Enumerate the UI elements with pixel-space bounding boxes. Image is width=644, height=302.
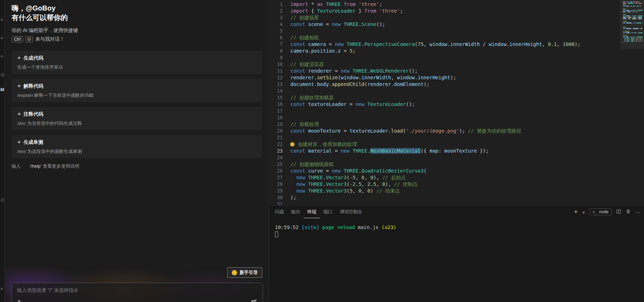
assistant-subtitle: 你的 AI 编程助手，使用快捷键 [12,27,262,33]
terminal-profile-chip[interactable]: >_ node [590,208,612,215]
code-line[interactable]: 2import { TextureLoader } from 'three'; [269,8,644,14]
code-line[interactable]: 9 [269,54,644,61]
code-line[interactable]: 15// 创建纹理加载器 [269,94,644,101]
app-window: ●●●◍M@● 嗨，@GoBoy 有什么可以帮你的 你的 AI 编程助手，使用快… [0,0,644,302]
code-line[interactable]: 20const moonTexture = textureLoader.load… [269,128,644,134]
line-number: 18 [269,114,283,121]
code-line[interactable]: 22 创建材质，使用加载的纹理 [269,141,644,148]
panel-tab[interactable]: 调试控制台 [336,206,366,218]
line-number: 30 [269,194,283,201]
chat-input[interactable]: 输入消息或者 "/" 来选择指令 [12,283,263,302]
line-number: 28 [269,181,283,188]
line-number: 16 [269,101,283,108]
card-generate-tests[interactable]: 生成单测 /test 为这段选中的函数生成单测 [12,135,262,158]
code-line[interactable]: 1import * as THREE from 'three'; [269,1,644,8]
sparkle-icon [17,56,21,60]
new-terminal-icon[interactable]: + [574,209,578,215]
key-u: U [25,36,33,42]
code-line[interactable]: 26const curve = new THREE.QuadraticBezie… [269,168,644,174]
line-number: 29 [269,188,283,194]
card-desc: /test 为这段选中的函数生成单测 [17,148,257,154]
panel-tab[interactable]: 输出 [288,206,304,218]
code-line[interactable]: 11const renderer = new THREE.WebGLRender… [269,68,644,74]
code-line[interactable]: 21 [269,134,644,141]
greeting-line-1: 嗨，@GoBoy [12,4,262,13]
card-explain-code[interactable]: 解释代码 /explain 解释一下当前选中函数的功能 [12,79,262,102]
send-icon[interactable] [251,298,258,302]
code-line[interactable]: 7const camera = new THREE.PerspectiveCam… [269,41,644,48]
code-line[interactable]: 8camera.position.z = 5; [269,48,644,54]
line-number: 5 [269,28,283,34]
code-line[interactable]: 24 [269,154,644,161]
card-generate-code[interactable]: 生成代码 生成一个冒泡排序算法 [12,51,262,74]
panel-tabbar: 问题输出终端端口调试控制台 + ∨ >_ node ··· [269,206,644,218]
card-title-row: 生成单测 [17,139,257,145]
code-line[interactable]: 5 [269,28,644,34]
line-number: 17 [269,108,283,114]
line-number: 15 [269,94,283,101]
card-desc: 生成一个冒泡排序算法 [17,64,257,70]
split-terminal-icon[interactable] [616,209,621,215]
help-hint-suffix: 查看更多使用说明 [41,163,79,169]
code-line[interactable]: 29 new THREE.Vector3(5, 0, 0) // 结束点 [269,188,644,194]
activity-bar-icon[interactable]: @ [0,197,5,202]
key-ctrl: Ctrl [12,36,23,42]
more-icon[interactable]: ··· [635,209,640,215]
code-editor[interactable]: 1import * as THREE from 'three';2import … [269,0,644,205]
code-line[interactable]: 19// 加载纹理 [269,121,644,128]
code-line[interactable]: 30); [269,194,644,201]
activity-bar-icon[interactable]: M [0,87,5,92]
activity-bar-icon[interactable]: ● [0,17,5,22]
lightbulb-icon[interactable] [290,142,294,146]
code-line[interactable]: 31 [269,201,644,205]
code-line[interactable]: 25// 创建抛物线曲线 [269,161,644,168]
panel-tab[interactable]: 终端 [304,206,320,218]
code-line[interactable]: 23const material = new THREE.MeshBasicMa… [269,148,644,154]
code-line[interactable]: 27 new THREE.Vector3(-5, 0, 0), // 起始点 [269,174,644,181]
suggestion-cards: 生成代码 生成一个冒泡排序算法 解释代码 /explain 解释一下当前选中函数… [12,51,262,158]
code-line[interactable]: 6// 创建相机 [269,34,644,41]
card-title-row: 注释代码 [17,111,257,117]
line-number: 2 [269,8,283,14]
card-comment-code[interactable]: 注释代码 /doc 为当前选中的代码生成注释 [12,107,262,130]
chevron-down-icon[interactable]: ∨ [582,210,585,214]
help-hint: 输入 '/help' 查看更多使用说明 [12,163,262,169]
panel-tab[interactable]: 问题 [271,206,288,218]
code-line[interactable]: 17 [269,108,644,114]
activity-bar-icon[interactable]: ◍ [0,72,5,77]
line-number: 13 [269,81,283,88]
card-desc: /explain 解释一下当前选中函数的功能 [17,92,257,98]
activity-bar-icon[interactable]: ● [0,35,5,40]
code-line[interactable]: 4const scene = new THREE.Scene(); [269,21,644,28]
terminal[interactable]: 10:59:52 [vite] page reload main.js (x23… [269,218,644,237]
activity-bar: ●●●◍M@● [0,0,5,302]
card-title: 注释代码 [24,111,43,117]
code-line[interactable]: 10// 创建渲染器 [269,61,644,68]
line-number: 19 [269,121,283,128]
code-line[interactable]: 18 [269,114,644,121]
line-number: 6 [269,34,283,41]
code-line[interactable]: 13document.body.appendChild(renderer.dom… [269,81,644,88]
activity-bar-icon[interactable]: ● [0,286,5,291]
code-line[interactable]: 28 new THREE.Vector3(-2.5, 2.5, 0), // 控… [269,181,644,188]
ai-assistant-panel: 嗨，@GoBoy 有什么可以帮你的 你的 AI 编程助手，使用快捷键 Ctrl … [5,0,269,302]
trash-icon[interactable] [626,209,631,215]
panel-tab[interactable]: 端口 [320,206,336,218]
greeting-line-2: 有什么可以帮你的 [12,13,262,22]
activity-bar-icon[interactable]: ● [0,53,5,59]
line-number: 12 [269,74,283,81]
code-line[interactable]: 3// 创建场景 [269,14,644,21]
code-line[interactable]: 12renderer.setSize(window.innerWidth, wi… [269,74,644,81]
line-number: 7 [269,41,283,48]
terminal-cursor [275,231,278,237]
sparkle-icon[interactable] [17,299,21,302]
code-lines: 1import * as THREE from 'three';2import … [269,0,644,205]
card-title-row: 生成代码 [17,55,257,61]
code-line[interactable]: 16const textureLoader = new TextureLoade… [269,101,644,108]
card-title: 解释代码 [24,83,43,89]
onboarding-button[interactable]: 新手引导 [227,267,262,278]
shortcut-hint: Ctrl U 来与我对话！ [12,36,262,42]
card-desc: /doc 为当前选中的代码生成注释 [17,120,257,126]
code-line[interactable]: 14 [269,88,644,94]
minimap[interactable] [620,0,644,91]
